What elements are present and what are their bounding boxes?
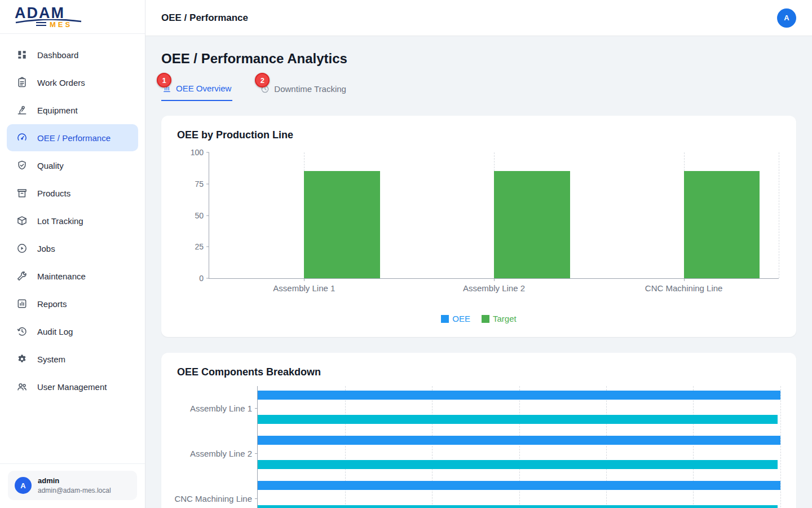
oee-chart: 0255075100Assembly Line 1Assembly Line 2… [177, 149, 780, 298]
oee-chart-plot: 0255075100Assembly Line 1Assembly Line 2… [209, 152, 779, 279]
gear-icon [16, 353, 28, 365]
gauge-icon [16, 132, 28, 143]
page-title: OEE / Performance Analytics [161, 51, 796, 67]
app-logo: ADAM MES [0, 0, 145, 34]
components-chart-title: OEE Components Breakdown [177, 366, 780, 378]
category-group-cnc-machining-line: CNC Machining Line [258, 476, 780, 508]
y-axis-tick [255, 408, 258, 409]
x-axis-tick [684, 278, 685, 281]
y-axis-tick-label: 100 [191, 148, 204, 157]
bar-target-assembly-line-2 [494, 171, 570, 278]
user-avatar: A [15, 477, 32, 494]
sidebar-item-products[interactable]: Products [7, 179, 138, 207]
sidebar: ADAM MES DashboardWork OrdersEquipmentOE… [0, 0, 145, 508]
x-axis-tick [494, 278, 495, 281]
x-axis-tick [304, 278, 304, 281]
y-axis-category-label: Assembly Line 2 [190, 449, 252, 458]
dashboard-icon [16, 49, 28, 60]
sidebar-item-maintenance[interactable]: Maintenance [7, 262, 138, 290]
y-axis-tick [206, 247, 209, 247]
sidebar-item-system[interactable]: System [7, 345, 138, 373]
y-axis-category-label: Assembly Line 1 [190, 404, 252, 413]
sidebar-item-dashboard[interactable]: Dashboard [7, 41, 138, 68]
sidebar-user-section: A admin admin@adam-mes.local [0, 463, 145, 508]
wrench-icon [16, 270, 28, 282]
bar-performance-cnc-machining-line [258, 505, 778, 508]
sidebar-item-label: Audit Log [37, 327, 73, 336]
tab-downtime-tracking[interactable]: 2Downtime Tracking [259, 81, 347, 101]
bar-availability-assembly-line-2 [258, 436, 780, 445]
sidebar-item-label: Lot Tracking [37, 216, 83, 226]
user-card[interactable]: A admin admin@adam-mes.local [8, 471, 137, 500]
y-axis-tick [255, 498, 258, 499]
tab-label: Downtime Tracking [274, 84, 346, 94]
play-circle-icon [16, 243, 28, 254]
gridline [780, 386, 781, 508]
sidebar-nav: DashboardWork OrdersEquipmentOEE / Perfo… [0, 34, 145, 463]
legend-label: Target [493, 314, 517, 323]
sidebar-item-label: Quality [37, 161, 64, 170]
bar-target-cnc-machining-line [684, 171, 760, 278]
legend-item-oee[interactable]: OEE [441, 314, 470, 323]
history-icon [16, 326, 28, 337]
user-email: admin@adam-mes.local [38, 487, 111, 494]
y-axis-tick [206, 152, 209, 153]
legend-swatch [482, 315, 489, 323]
sidebar-item-oee-performance[interactable]: OEE / Performance [7, 124, 138, 151]
legend-item-target[interactable]: Target [482, 314, 517, 323]
category-group-assembly-line-1: Assembly Line 1 [258, 386, 780, 431]
y-axis-tick-label: 75 [195, 179, 204, 189]
y-axis-tick [206, 215, 209, 216]
oee-by-line-card: OEE by Production Line 0255075100Assembl… [161, 116, 796, 337]
header-avatar[interactable]: A [777, 8, 796, 28]
gridline [779, 152, 779, 278]
sidebar-item-reports[interactable]: Reports [7, 290, 138, 317]
bar-availability-assembly-line-1 [258, 391, 780, 400]
sidebar-item-work-orders[interactable]: Work Orders [7, 69, 138, 96]
x-axis-category-label: Assembly Line 1 [273, 283, 335, 293]
y-axis-tick-label: 0 [199, 274, 204, 283]
sidebar-item-label: Work Orders [37, 78, 85, 87]
sidebar-item-audit-log[interactable]: Audit Log [7, 318, 138, 345]
sidebar-item-label: OEE / Performance [37, 133, 111, 143]
user-name: admin [38, 476, 111, 485]
clipboard-icon [16, 77, 28, 88]
sidebar-item-label: Equipment [37, 106, 78, 115]
logo-mes-text: MES [50, 20, 145, 29]
sidebar-item-jobs[interactable]: Jobs [7, 235, 138, 262]
sidebar-item-user-management[interactable]: User Management [7, 373, 138, 400]
people-icon [16, 381, 28, 392]
sidebar-item-label: System [37, 354, 65, 364]
breadcrumb: OEE / Performance [161, 12, 248, 24]
category-group-assembly-line-2: Assembly Line 2 [258, 431, 780, 476]
bar-chart-icon [16, 298, 28, 309]
logo-adam-text: ADAM [15, 6, 145, 21]
sidebar-item-label: Reports [37, 299, 67, 309]
y-axis-tick-label: 50 [195, 211, 204, 220]
y-axis-tick-label: 25 [195, 242, 204, 251]
tab-oee-overview[interactable]: 1OEE Overview [161, 81, 232, 101]
oee-components-card: OEE Components Breakdown Assembly Line 1… [161, 353, 796, 508]
components-chart: Assembly Line 1Assembly Line 2CNC Machin… [177, 386, 780, 508]
bar-performance-assembly-line-2 [258, 460, 778, 469]
sidebar-item-quality[interactable]: Quality [7, 152, 138, 179]
topbar: OEE / Performance A [145, 0, 812, 36]
x-axis-category-label: Assembly Line 2 [463, 283, 525, 293]
sidebar-item-label: Maintenance [37, 271, 86, 281]
shield-check-icon [16, 160, 28, 171]
sidebar-item-label: Products [37, 189, 70, 198]
sidebar-item-equipment[interactable]: Equipment [7, 97, 138, 124]
components-chart-plot: Assembly Line 1Assembly Line 2CNC Machin… [257, 386, 780, 508]
tab-label: OEE Overview [176, 84, 231, 93]
y-axis-tick [206, 183, 209, 184]
sidebar-item-lot-tracking[interactable]: Lot Tracking [7, 207, 138, 234]
main-content: OEE / Performance Analytics 1OEE Overvie… [145, 36, 812, 508]
x-axis-category-label: CNC Machining Line [645, 283, 723, 293]
y-axis-category-label: CNC Machining Line [174, 494, 252, 503]
bar-target-assembly-line-1 [304, 171, 380, 278]
oee-chart-legend: OEETarget [177, 314, 780, 323]
inventory-icon [16, 187, 28, 199]
bar-performance-assembly-line-1 [258, 415, 778, 424]
package-icon [16, 215, 28, 226]
robot-arm-icon [16, 104, 28, 116]
